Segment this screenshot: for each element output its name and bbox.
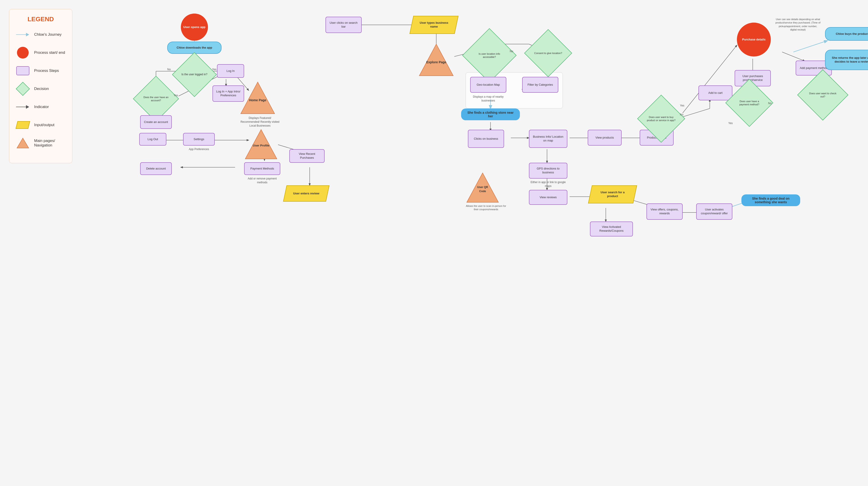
legend-item-journey: Chloe's Journey xyxy=(16,29,66,40)
payment-no-label: No xyxy=(768,102,772,105)
view-offers-coupons-node: View offers, coupons, rewards xyxy=(647,204,683,220)
buy-yes-label: Yes xyxy=(680,104,684,107)
business-info-location-node: Business Info/ Location on map xyxy=(529,130,567,148)
legend-item-input-output: Input/output xyxy=(16,120,66,130)
legend-input-output-label: Input/output xyxy=(34,123,55,127)
buy-no-label: No xyxy=(680,113,683,116)
view-recent-purchases-node: View Recent Purchases xyxy=(289,149,324,163)
legend-item-process: Process Steps xyxy=(16,65,66,76)
chloe-downloads-node: Chloe downloads the app xyxy=(167,41,221,54)
is-location-accessible-decision: Is user location info accessible? xyxy=(470,36,508,74)
purchase-details-desc-annotation: User can see details depending on what p… xyxy=(775,18,820,32)
home-page-node: Home Page Displays Featured/ Recommended… xyxy=(240,81,280,127)
does-user-want-checkout-decision: Does user want to check out? xyxy=(805,77,841,113)
legend-start-end-label: Process start/ end xyxy=(34,51,65,55)
legend-item-navigation: Main pages/ Navigation xyxy=(16,138,66,149)
does-user-want-buy-decision: Does user want to buy product or service… xyxy=(644,102,678,135)
legend-item-decision: Decision xyxy=(16,83,66,94)
user-opens-app-node: User opens app xyxy=(181,13,208,41)
process-shape xyxy=(16,65,30,76)
svg-text:Code: Code xyxy=(479,190,486,193)
does-user-have-account-decision: Does the user have an account? xyxy=(140,83,172,115)
svg-marker-48 xyxy=(419,44,453,76)
legend-navigation-label: Main pages/ Navigation xyxy=(34,139,66,148)
svg-text:User Profile: User Profile xyxy=(253,144,270,147)
does-user-have-payment-decision: Does user have a payment method? xyxy=(733,86,766,120)
she-finds-clothing-label: She finds a clothing store near her xyxy=(461,109,520,120)
settings-node: Settings xyxy=(183,133,215,146)
qr-desc-annotation: Allows the user to scan in-person for th… xyxy=(466,204,506,211)
svg-line-37 xyxy=(680,109,710,118)
user-enters-review-node: User enters review xyxy=(285,185,328,202)
svg-line-43 xyxy=(794,41,827,52)
view-reviews-node: View reviews xyxy=(529,190,567,205)
user-search-product-node: User search for a product xyxy=(590,185,635,204)
journey-shape xyxy=(16,29,30,40)
legend-item-indicator: Indicator xyxy=(16,101,66,112)
legend-indicator-label: Indicator xyxy=(34,105,49,109)
view-activated-rewards-node: View Activated Rewards/Coupons xyxy=(590,221,633,237)
user-activates-coupon-node: User activates coupon/reward/ offer xyxy=(696,204,733,220)
geo-map-desc-annotation: Displays a map of nearby businesses xyxy=(470,95,506,102)
loc-no-label: No xyxy=(510,50,513,53)
logged-in-yes-label: Yes xyxy=(212,68,217,71)
purchase-details-node: Purchase details xyxy=(737,23,771,57)
payment-yes-label: Yes xyxy=(728,122,733,125)
account-yes-label: Yes xyxy=(174,94,178,97)
log-in-node: Log In xyxy=(217,64,244,78)
gps-desc-annotation: Either in app or link to google maps xyxy=(529,180,567,188)
is-user-logged-in-decision: Is the user logged in? xyxy=(179,59,210,90)
user-profile-node: User Profile xyxy=(244,128,278,160)
svg-text:Explore Page: Explore Page xyxy=(426,60,446,64)
legend-panel: LEGEND Chloe's Journey Process start/ en… xyxy=(9,9,72,163)
legend-title: LEGEND xyxy=(16,16,66,23)
log-in-app-intro-node: Log In + App Intro/ Preferences xyxy=(213,86,244,102)
explore-page-node: Explore Page xyxy=(418,43,454,77)
consent-give-location-decision: Consent to give location? xyxy=(531,36,565,70)
input-output-shape xyxy=(16,120,30,130)
view-products-node: View products xyxy=(588,130,622,146)
logged-in-no-label: No xyxy=(167,68,170,71)
decision-shape xyxy=(16,83,30,94)
svg-text:User QR: User QR xyxy=(477,186,488,189)
svg-marker-0 xyxy=(17,138,29,148)
legend-process-label: Process Steps xyxy=(34,68,59,73)
payment-methods-node: Payment Methods xyxy=(244,162,280,175)
log-out-node: Log Out xyxy=(139,133,166,146)
legend-journey-label: Chloe's Journey xyxy=(34,32,61,37)
navigation-shape xyxy=(16,138,30,149)
app-prefs-annotation: App Preferences xyxy=(184,147,214,151)
legend-item-start-end: Process start/ end xyxy=(16,47,66,58)
start-end-shape xyxy=(16,47,30,58)
add-to-cart-node: Add to cart xyxy=(699,86,733,100)
add-remove-payment-annotation: Add or remove payment methods xyxy=(244,177,280,184)
filter-categories-node: Filter by Categories xyxy=(522,77,558,93)
svg-line-41 xyxy=(782,52,805,61)
she-finds-good-deal-label: She finds a good deal on something she w… xyxy=(741,194,800,206)
geo-location-map-node: Geo-location Map xyxy=(470,77,506,93)
clicks-on-business-node: Clicks on business xyxy=(468,130,504,148)
svg-text:Home Page: Home Page xyxy=(249,98,266,102)
legend-decision-label: Decision xyxy=(34,87,49,91)
flowchart-area: User opens app Chloe downloads the app I… xyxy=(81,4,859,482)
gps-directions-node: GPS directions to business xyxy=(529,163,567,179)
user-qr-code-node: User QR Code Allows the user to scan in-… xyxy=(466,172,506,211)
indicator-shape xyxy=(16,101,30,112)
svg-marker-44 xyxy=(241,82,275,114)
delete-account-node: Delete account xyxy=(140,162,172,175)
create-account-node: Create an account xyxy=(140,115,172,129)
user-clicks-search-node: User clicks on search bar xyxy=(326,17,362,33)
she-returns-review-node: She returns the app later and decides to… xyxy=(825,50,868,70)
home-page-desc: Displays Featured/ Recommended/ Recently… xyxy=(240,116,280,127)
user-types-business-node: User types business name xyxy=(411,16,457,34)
chloe-buys-node: Chloe buys the product xyxy=(825,27,868,41)
